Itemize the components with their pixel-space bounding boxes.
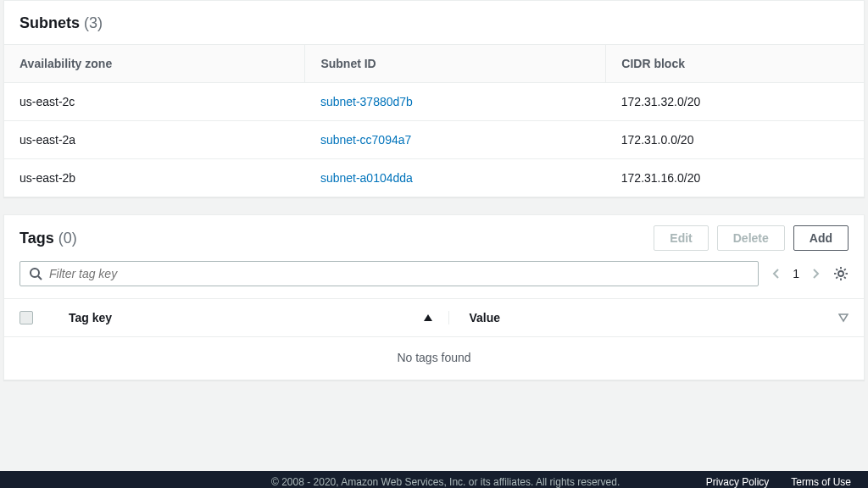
add-button[interactable]: Add (793, 225, 849, 251)
tags-empty-message: No tags found (4, 337, 864, 380)
tags-count: (0) (58, 230, 77, 247)
footer-copyright: © 2008 - 2020, Amazon Web Services, Inc.… (271, 476, 620, 488)
svg-point-2 (838, 271, 843, 276)
cell-cidr: 172.31.0.0/20 (606, 121, 864, 159)
cell-cidr: 172.31.32.0/20 (606, 83, 864, 121)
subnets-header: Subnets (3) (4, 1, 864, 45)
svg-line-9 (836, 277, 837, 279)
prev-page-icon[interactable] (772, 267, 781, 280)
tags-title-text: Tags (19, 230, 54, 247)
footer: © 2008 - 2020, Amazon Web Services, Inc.… (0, 471, 868, 488)
table-row: us-east-2b subnet-a0104dda 172.31.16.0/2… (4, 159, 864, 197)
svg-line-10 (844, 269, 846, 270)
edit-button[interactable]: Edit (654, 225, 708, 251)
sort-none-icon (838, 313, 849, 323)
cell-subnet-id: subnet-37880d7b (305, 83, 606, 121)
col-header-az[interactable]: Availability zone (4, 45, 305, 83)
col-header-subnet-id[interactable]: Subnet ID (305, 45, 606, 83)
subnets-title-text: Subnets (19, 14, 80, 31)
col-header-value[interactable]: Value (449, 311, 849, 324)
footer-privacy-link[interactable]: Privacy Policy (706, 476, 770, 488)
subnet-link[interactable]: subnet-cc7094a7 (320, 133, 411, 147)
table-row: us-east-2c subnet-37880d7b 172.31.32.0/2… (4, 83, 864, 121)
filter-box[interactable] (19, 261, 759, 286)
cell-az: us-east-2b (4, 159, 305, 197)
subnet-link[interactable]: subnet-a0104dda (320, 171, 413, 185)
svg-line-7 (836, 269, 837, 270)
select-all-cell (19, 311, 53, 324)
col-header-tag-key[interactable]: Tag key (53, 311, 449, 324)
subnets-table: Availability zone Subnet ID CIDR block u… (4, 45, 864, 197)
subnets-title: Subnets (3) (19, 14, 103, 32)
tags-table-header: Tag key Value (4, 298, 864, 337)
footer-terms-link[interactable]: Terms of Use (791, 476, 851, 488)
subnets-count: (3) (84, 14, 103, 31)
cell-subnet-id: subnet-a0104dda (305, 159, 606, 197)
next-page-icon[interactable] (811, 267, 820, 280)
pager: 1 (772, 267, 820, 280)
col-tag-key-label: Tag key (69, 311, 112, 324)
sort-asc-icon (423, 313, 433, 323)
table-row: us-east-2a subnet-cc7094a7 172.31.0.0/20 (4, 121, 864, 159)
page-number: 1 (793, 267, 799, 280)
gear-icon[interactable] (833, 266, 849, 281)
svg-marker-11 (424, 314, 432, 321)
subnet-link[interactable]: subnet-37880d7b (320, 95, 413, 108)
tags-panel: Tags (0) Edit Delete Add 1 (3, 214, 865, 380)
svg-marker-12 (839, 314, 848, 321)
svg-line-1 (38, 276, 42, 280)
select-all-checkbox[interactable] (19, 311, 33, 324)
cell-subnet-id: subnet-cc7094a7 (305, 121, 606, 159)
col-header-cidr[interactable]: CIDR block (606, 45, 864, 83)
cell-az: us-east-2a (4, 121, 305, 159)
cell-cidr: 172.31.16.0/20 (606, 159, 864, 197)
tags-header: Tags (0) Edit Delete Add (4, 215, 864, 261)
filter-input[interactable] (49, 267, 749, 280)
cell-az: us-east-2c (4, 83, 305, 121)
subnets-panel: Subnets (3) Availability zone Subnet ID … (3, 0, 865, 197)
col-value-label: Value (470, 311, 501, 324)
tags-title: Tags (0) (19, 230, 77, 247)
svg-point-0 (31, 269, 39, 277)
tags-actions: Edit Delete Add (654, 225, 849, 251)
filter-row: 1 (4, 261, 864, 298)
svg-line-8 (844, 277, 846, 279)
delete-button[interactable]: Delete (717, 225, 785, 251)
search-icon (29, 267, 42, 280)
